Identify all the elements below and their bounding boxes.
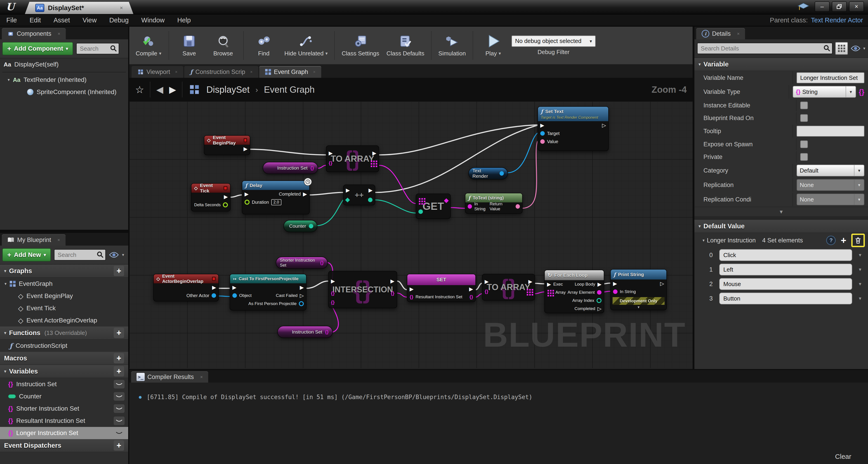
loop-body-pin[interactable]: ▶ — [597, 282, 601, 287]
actor-out-pin[interactable] — [212, 293, 216, 298]
set-in-pin[interactable]: {} — [485, 289, 488, 294]
tree-row-event-tick[interactable]: ◇ Event Tick — [0, 302, 128, 314]
variable-type-dropdown[interactable]: {} String ▾ — [793, 86, 856, 98]
visibility-eye-icon[interactable] — [850, 45, 861, 52]
find-button[interactable]: Find — [247, 34, 281, 57]
add-macro-button[interactable]: + — [114, 353, 124, 363]
menu-asset[interactable]: Asset — [47, 17, 76, 24]
graphs-section-header[interactable]: ▾ Graphs + — [0, 265, 128, 278]
play-button[interactable]: Play▾ — [476, 34, 510, 57]
node-event-tick[interactable]: ◇Event Tick ▶ Delta Seconds — [191, 183, 230, 211]
category-dropdown[interactable]: Default▾ — [797, 165, 864, 176]
exec-out-pin[interactable]: ▶ — [243, 146, 248, 152]
set-in-pin[interactable]: {} — [329, 160, 332, 166]
event-dispatchers-section-header[interactable]: Event Dispatchers + — [0, 439, 128, 452]
exec-in-pin[interactable]: ▶ — [331, 279, 335, 284]
add-new-button[interactable]: + Add New ▾ — [2, 248, 51, 261]
exec-out-pin[interactable]: ▶ — [368, 188, 373, 193]
tree-row-construction-script[interactable]: ƒ ConstructionScript — [0, 340, 128, 352]
exec-in-pin[interactable]: ▶ — [232, 285, 237, 290]
default-value-section-header[interactable]: ▾ Default Value — [694, 220, 868, 233]
text-out-pin[interactable] — [516, 204, 520, 209]
chevron-down-icon[interactable]: ▾ — [852, 296, 868, 302]
as-projectile-out-pin[interactable] — [299, 301, 304, 306]
tree-row-eventgraph[interactable]: ▾ EventGraph — [0, 278, 128, 290]
exec-out-pin[interactable]: ▶ — [303, 191, 307, 197]
menu-view[interactable]: View — [76, 17, 103, 24]
visibility-eye-icon[interactable] — [109, 252, 119, 258]
completed-pin[interactable]: ▷ — [597, 306, 601, 311]
variables-section-header[interactable]: ▾ Variables + — [0, 365, 128, 378]
components-tab-close-icon[interactable]: × — [58, 31, 60, 36]
exec-in-pin[interactable]: ▶ — [540, 123, 544, 128]
details-tab[interactable]: i Details × — [696, 28, 745, 39]
eye-closed-icon[interactable] — [114, 429, 125, 437]
replication-condition-dropdown[interactable]: None▾ — [797, 193, 864, 205]
class-settings-button[interactable]: Class Settings — [338, 34, 383, 57]
node-set-text[interactable]: ƒSet Text Target is Text Render Componen… — [537, 106, 609, 151]
components-tab[interactable]: Components × — [2, 28, 66, 39]
object-in-pin[interactable] — [232, 293, 237, 298]
nav-back-icon[interactable]: ◀ — [156, 84, 163, 95]
tab-close-icon[interactable]: × — [250, 70, 253, 74]
node-event-actorbeginoverlap[interactable]: ◇Event ActorBeginOverlap ▶ Other Actor — [153, 274, 219, 302]
int-out-pin[interactable] — [368, 197, 373, 202]
chevron-down-icon[interactable]: ▾ — [852, 252, 868, 258]
class-defaults-button[interactable]: Class Defaults — [383, 34, 428, 57]
node-to-array-2[interactable]: {} TO ARRAY ▶▶ {} — [482, 274, 535, 301]
variable-row-shorter-instruction-set[interactable]: {} Shorter Instruction Set — [0, 402, 128, 415]
array-in-pin[interactable] — [548, 290, 549, 291]
expose-on-spawn-checkbox[interactable] — [800, 141, 808, 148]
event-graph-canvas[interactable]: BLUEPRINT ◇Event BeginPlay ▶ {} TO ARRAY… — [129, 101, 692, 368]
set-in-pin-a[interactable]: {} — [331, 290, 335, 296]
component-row-sprite[interactable]: SpriteComponent (Inherited) — [0, 86, 128, 98]
node-totext[interactable]: ƒToText (string) In StringReturn Value — [465, 193, 523, 214]
component-row-self[interactable]: Aa DisplaySet(self) — [0, 58, 128, 70]
int-in-pin[interactable] — [345, 197, 350, 202]
exec-out-pin[interactable]: ▷ — [660, 281, 664, 286]
exec-out-pin[interactable]: ▶ — [469, 286, 473, 292]
node-var-shorter-instruction-set[interactable]: Shorter Instruction Set {} — [276, 257, 328, 269]
menu-edit[interactable]: Edit — [23, 17, 47, 24]
browse-button[interactable]: Browse — [206, 34, 240, 57]
chevron-down-icon[interactable]: ▾ — [499, 51, 501, 56]
node-delay[interactable]: ƒDelay ▶Completed▶ Duration2.0 — [242, 181, 310, 214]
instance-editable-checkbox[interactable] — [800, 101, 808, 109]
parent-class-link[interactable]: Text Render Actor — [811, 17, 863, 24]
variable-row-counter[interactable]: Counter — [0, 390, 128, 402]
add-variable-button[interactable]: + — [114, 366, 124, 376]
tab-close-icon[interactable]: × — [313, 70, 315, 74]
tab-event-graph[interactable]: Event Graph × — [259, 66, 321, 78]
string-in-pin[interactable] — [613, 289, 618, 294]
compiler-results-tab[interactable]: >_ Compiler Results × — [131, 371, 208, 382]
exec-in-pin[interactable]: ▶ — [613, 281, 617, 286]
simulation-button[interactable]: Simulation — [435, 34, 469, 57]
element-value-input[interactable] — [719, 249, 852, 261]
value-in-pin[interactable] — [540, 139, 545, 144]
tooltip-input[interactable] — [797, 126, 864, 136]
node-var-instruction-set[interactable]: Instruction Set {} — [263, 162, 318, 174]
element-value-input[interactable] — [719, 278, 852, 290]
breadcrumb-root[interactable]: DisplaySet — [206, 85, 250, 95]
string-in-pin[interactable] — [468, 204, 472, 209]
details-search-input[interactable] — [697, 43, 833, 54]
exec-out-pin[interactable]: ▶ — [528, 279, 532, 284]
chevron-down-icon[interactable]: ▾ — [325, 51, 328, 56]
property-matrix-button[interactable] — [835, 42, 848, 55]
exec-out-pin[interactable]: ▶ — [391, 279, 395, 284]
menu-window[interactable]: Window — [135, 17, 171, 24]
section-expander[interactable]: ▾ — [694, 207, 868, 216]
chevron-down-icon[interactable]: ▾ — [852, 281, 868, 287]
set-in-pin[interactable]: {} — [410, 294, 413, 300]
target-in-pin[interactable] — [540, 131, 545, 136]
node-event-beginplay[interactable]: ◇Event BeginPlay ▶ — [204, 135, 250, 155]
chevron-down-icon[interactable]: ▾ — [159, 51, 161, 56]
exec-out-pin[interactable]: ▶ — [372, 151, 376, 156]
exec-in-pin[interactable]: ▶ — [485, 279, 489, 284]
node-get[interactable]: GET — [416, 193, 451, 219]
element-value-input[interactable] — [719, 292, 852, 304]
eye-closed-icon[interactable] — [114, 380, 125, 389]
close-button[interactable]: × — [849, 1, 864, 12]
int-out-pin[interactable] — [309, 224, 313, 228]
favorite-star-icon[interactable]: ☆ — [135, 84, 144, 95]
